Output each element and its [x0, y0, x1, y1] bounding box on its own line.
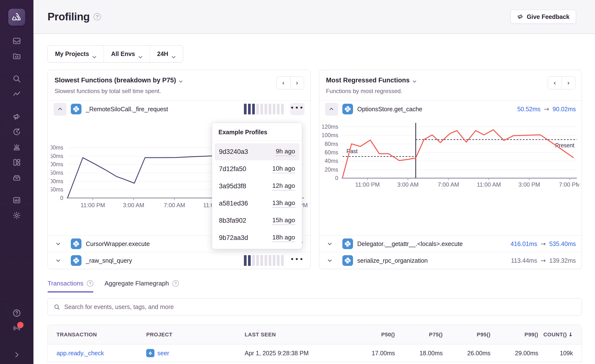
function-row-expanded: _RemoteSiloCall._fire_request • • •	[48, 101, 310, 118]
function-name[interactable]: Delegator.__getattr__.<locals>.execute	[357, 240, 463, 247]
collapse-row-button[interactable]	[54, 103, 66, 116]
explore-icon[interactable]	[11, 51, 22, 62]
profile-age[interactable]: 18h ago	[272, 234, 295, 242]
expand-row-button[interactable]	[325, 258, 338, 263]
profile-age[interactable]: 10h ago	[272, 165, 295, 173]
before-value[interactable]: 416.01ms	[511, 240, 537, 247]
page-title: Profiling	[48, 11, 90, 23]
tab-help-icon[interactable]: ?	[172, 280, 179, 287]
dashboards-icon[interactable]	[11, 157, 22, 168]
project-cell[interactable]: seer	[146, 349, 245, 357]
help-icon[interactable]	[11, 308, 22, 318]
before-value[interactable]: 50.52ms	[517, 106, 540, 113]
give-feedback-button[interactable]: Give Feedback	[510, 10, 576, 24]
collapse-row-button[interactable]	[325, 103, 338, 116]
project-link[interactable]: seer	[157, 350, 169, 357]
sidebar-nav-group-2	[11, 73, 22, 99]
transaction-cell[interactable]: app.ready._check	[48, 350, 146, 357]
svg-text:11:00 AM: 11:00 AM	[477, 181, 501, 188]
stats-icon[interactable]	[11, 195, 22, 206]
chevron-down-icon[interactable]	[413, 79, 417, 82]
last-seen-cell: Apr 1, 2025 9:28:38 PM	[245, 350, 349, 357]
column-project[interactable]: PROJECT	[146, 332, 245, 338]
example-profile-item[interactable]: 9d3240a39h ago	[215, 143, 299, 160]
issues-icon[interactable]	[11, 36, 22, 46]
function-name[interactable]: serialize_rpc_organization	[357, 257, 428, 264]
column-p99[interactable]: P99()	[490, 332, 538, 338]
releases-icon[interactable]	[11, 172, 22, 183]
svg-text:11:00 PM: 11:00 PM	[80, 202, 105, 208]
traces-icon[interactable]	[11, 89, 22, 99]
search-icon	[54, 304, 60, 310]
replays-icon[interactable]	[11, 127, 22, 137]
regression-values: 416.01ms → 535.40ms	[511, 240, 576, 247]
after-value[interactable]: 90.02ms	[553, 106, 576, 113]
expand-row-button[interactable]	[325, 241, 338, 246]
function-name[interactable]: CursorWrapper.execute	[86, 240, 150, 247]
example-profile-item[interactable]: 8b3fa90215h ago	[215, 212, 299, 229]
p95-cell: 26.00ms	[443, 350, 490, 357]
tab-aggregate-flamegraph[interactable]: Aggregate Flamegraph ?	[105, 280, 179, 293]
sentry-logo[interactable]	[8, 9, 25, 26]
most-regressed-title[interactable]: Most Regressed Functions	[326, 77, 410, 84]
example-profile-item[interactable]: 7d12fa5010h ago	[215, 160, 299, 178]
svg-text:150ms: 150ms	[51, 170, 63, 176]
next-page-button[interactable]: ›	[562, 77, 575, 89]
after-value[interactable]: 535.40ms	[549, 240, 576, 247]
example-profile-item[interactable]: 3a95d3f812h ago	[215, 178, 299, 195]
function-name[interactable]: _RemoteSiloCall._fire_request	[86, 106, 168, 113]
before-value[interactable]: 113.44ms	[511, 257, 537, 264]
most-regressed-chart[interactable]: 020ms40ms60ms80ms100ms120ms11:00 PM3:00 …	[322, 122, 579, 195]
function-row: _raw_snql_query • • •	[48, 252, 310, 269]
function-name[interactable]: OptionsStore.get_cache	[357, 106, 422, 113]
example-profile-item[interactable]: 9b72aa3d18h ago	[215, 229, 299, 246]
profile-age[interactable]: 9h ago	[276, 148, 295, 156]
settings-icon[interactable]	[11, 210, 22, 221]
search-input[interactable]	[64, 303, 576, 310]
svg-text:Present: Present	[555, 142, 574, 149]
svg-text:3:00 PM: 3:00 PM	[518, 181, 540, 188]
next-page-button[interactable]: ›	[290, 77, 304, 89]
chevron-down-icon[interactable]	[179, 79, 183, 82]
projects-filter[interactable]: My Projects	[48, 46, 104, 62]
chevron-down-icon	[172, 53, 176, 55]
tab-transactions[interactable]: Transactions ?	[48, 280, 93, 293]
prev-page-button[interactable]: ‹	[548, 77, 562, 89]
row-actions-button[interactable]: • • •	[290, 254, 305, 267]
alerts-icon[interactable]	[11, 142, 22, 152]
row-actions-button[interactable]: • • •	[290, 103, 305, 115]
column-transaction[interactable]: TRANSACTION	[48, 332, 146, 338]
date-range-filter[interactable]: 24H	[150, 46, 183, 62]
prev-page-button[interactable]: ‹	[277, 77, 290, 89]
tab-help-icon[interactable]: ?	[87, 280, 93, 287]
seer-project-icon	[146, 349, 154, 357]
slowest-pager: ‹ ›	[276, 76, 304, 89]
slowest-functions-title[interactable]: Slowest Functions (breakdown by P75)	[55, 77, 176, 84]
after-value[interactable]: 139.32ms	[549, 257, 576, 264]
profile-age[interactable]: 12h ago	[272, 182, 295, 190]
megaphone-icon	[517, 13, 524, 20]
python-platform-icon	[71, 255, 81, 266]
expand-row-button[interactable]	[54, 241, 66, 246]
column-count[interactable]: COUNT()↓	[538, 332, 582, 338]
environment-filter[interactable]: All Envs	[104, 46, 150, 62]
column-p95[interactable]: P95()	[443, 332, 490, 338]
feedback-icon[interactable]	[11, 111, 22, 122]
whats-new-icon[interactable]	[11, 323, 22, 333]
profile-age[interactable]: 13h ago	[272, 199, 295, 208]
arrow-right-icon: →	[540, 240, 546, 247]
expand-row-button[interactable]	[54, 258, 66, 263]
dropdown-title: Example Profiles	[212, 123, 302, 141]
search-icon[interactable]	[11, 73, 22, 84]
column-last-seen[interactable]: LAST SEEN	[245, 332, 349, 338]
example-profile-item[interactable]: a581ed3613h ago	[215, 195, 299, 212]
sidebar-expand-icon[interactable]	[11, 349, 22, 360]
column-p50[interactable]: P50()	[349, 332, 395, 338]
svg-text:100ms: 100ms	[51, 178, 63, 184]
svg-text:200ms: 200ms	[51, 161, 63, 167]
column-p75[interactable]: P75()	[395, 332, 443, 338]
page-help-icon[interactable]: ?	[94, 13, 101, 20]
function-name[interactable]: _raw_snql_query	[86, 257, 132, 264]
table-row[interactable]: app.ready._check seer Apr 1, 2025 9:28:3…	[48, 344, 582, 362]
profile-age[interactable]: 15h ago	[272, 216, 295, 225]
